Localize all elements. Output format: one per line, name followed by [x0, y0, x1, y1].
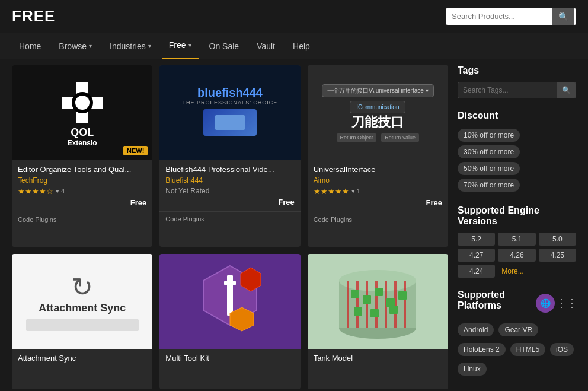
product-image-screwdriver [159, 254, 300, 349]
engine-424[interactable]: 4.24 [458, 265, 495, 278]
product-info-universal: UniversalInterface Aimo ★★★★★ ▾ 1 Free [308, 160, 448, 212]
platforms-grid: Android Gear VR HoloLens 2 HTML5 iOS Lin… [458, 322, 576, 377]
star-icons: ★★★★☆ [18, 187, 53, 196]
nav-item-vault[interactable]: Vault [250, 33, 282, 59]
nav-item-industries[interactable]: Industries ▾ [103, 33, 158, 59]
svg-rect-25 [370, 309, 379, 317]
product-card-universal[interactable]: 一个万用的接口/A universal interface ▾ ICommuni… [308, 65, 448, 247]
product-price: Free [165, 198, 294, 206]
nav-item-help[interactable]: Help [286, 33, 317, 59]
sidebar: Tags 🔍 Discount 10% off or more 30% off … [458, 65, 576, 389]
product-image-tank [308, 254, 448, 349]
product-info-tank: Tank Model [308, 349, 448, 370]
product-title: UniversalInterface [314, 165, 442, 174]
logo: FREE [12, 7, 55, 26]
tags-title: Tags [458, 65, 576, 76]
engine-52[interactable]: 5.2 [458, 233, 495, 246]
chevron-down-icon: ▾ [89, 43, 92, 49]
discount-50[interactable]: 50% off or more [458, 162, 520, 175]
product-author: TechFrog [18, 176, 146, 185]
product-image-universal: 一个万用的接口/A universal interface ▾ ICommuni… [308, 65, 448, 160]
discount-title: Discount [458, 110, 576, 121]
sidebar-tags-section: Tags 🔍 [458, 65, 576, 98]
product-info-attachment: Attachment Sync [12, 349, 152, 370]
svg-rect-12 [347, 281, 349, 328]
sidebar-platforms-section: Supported Platforms 🌐 ⋮⋮ Android Gear VR… [458, 290, 576, 377]
product-card-attachment[interactable]: ↻ Attachment Sync Attachment Sync [12, 254, 152, 390]
not-rated: Not Yet Rated [165, 187, 294, 195]
product-title: Editor Organize Tools and Qual... [18, 165, 146, 174]
product-card-bluefish[interactable]: bluefish444 THE PROFESSIONALS' CHOICE Bl… [159, 65, 300, 247]
product-tag: Code Plugins [159, 211, 300, 226]
sidebar-discount-section: Discount 10% off or more 30% off or more… [458, 110, 576, 193]
rating-count: ▾ 1 [351, 187, 360, 195]
engine-425[interactable]: 4.25 [539, 249, 576, 262]
search-input[interactable] [446, 8, 552, 24]
main-content: QOL Extensio NEW! Editor Organize Tools … [0, 59, 588, 391]
tag-search-input[interactable] [458, 82, 557, 98]
product-info-qol: Editor Organize Tools and Qual... TechFr… [12, 160, 152, 212]
header: FREE 🔍 [0, 0, 588, 33]
sidebar-engine-section: Supported Engine Versions 5.2 5.1 5.0 4.… [458, 205, 576, 278]
svg-rect-20 [363, 295, 371, 304]
platform-gearvr[interactable]: Gear VR [498, 323, 538, 336]
product-image-bluefish: bluefish444 THE PROFESSIONALS' CHOICE [159, 65, 300, 160]
engine-title: Supported Engine Versions [458, 205, 576, 227]
platform-android[interactable]: Android [458, 323, 494, 336]
svg-rect-24 [354, 307, 362, 316]
product-price: Free [18, 198, 146, 207]
platform-hololens[interactable]: HoloLens 2 [458, 343, 506, 356]
tag-search-button[interactable]: 🔍 [557, 82, 576, 98]
product-card-tank[interactable]: Tank Model [308, 254, 448, 390]
svg-point-3 [75, 96, 90, 110]
product-info-bluefish: Bluefish444 Professional Vide... Bluefis… [159, 160, 300, 211]
discount-10[interactable]: 10% off or more [458, 129, 520, 142]
product-grid: QOL Extensio NEW! Editor Organize Tools … [12, 65, 448, 389]
search-button[interactable]: 🔍 [552, 8, 574, 25]
discount-70[interactable]: 70% off or more [458, 179, 520, 192]
product-author: Bluefish444 [165, 176, 294, 185]
svg-rect-18 [404, 281, 406, 328]
platforms-title: Supported Platforms [458, 290, 536, 311]
chevron-down-icon: ▾ [188, 42, 191, 49]
product-info-screwdriver: Multi Tool Kit [159, 349, 300, 370]
svg-rect-13 [356, 281, 359, 328]
nav-item-browse[interactable]: Browse ▾ [52, 33, 99, 59]
product-card-qol[interactable]: QOL Extensio NEW! Editor Organize Tools … [12, 65, 152, 247]
chevron-down-icon: ▾ [148, 43, 151, 49]
platform-grid-icon[interactable]: ⋮⋮ [557, 294, 576, 313]
platform-globe-icon[interactable]: 🌐 [536, 294, 555, 313]
nav-item-home[interactable]: Home [12, 33, 48, 59]
engine-50[interactable]: 5.0 [539, 233, 576, 246]
platform-html5[interactable]: HTML5 [510, 343, 545, 356]
svg-rect-19 [351, 290, 359, 298]
engine-51[interactable]: 5.1 [498, 233, 535, 246]
product-title: Tank Model [314, 354, 442, 363]
tag-search-bar: 🔍 [458, 82, 576, 98]
engine-426[interactable]: 4.26 [498, 249, 535, 262]
product-rating: ★★★★★ ▾ 1 [314, 187, 442, 196]
engine-more[interactable]: More... [498, 265, 535, 278]
platform-ios[interactable]: iOS [550, 343, 574, 356]
product-title: Bluefish444 Professional Vide... [165, 165, 294, 174]
svg-rect-23 [398, 291, 407, 300]
product-title: Multi Tool Kit [165, 354, 294, 363]
product-image-attachment: ↻ Attachment Sync [12, 254, 152, 349]
svg-rect-22 [386, 298, 395, 307]
product-image-qol: QOL Extensio NEW! [12, 65, 152, 160]
discount-30[interactable]: 30% off or more [458, 145, 520, 158]
engine-427[interactable]: 4.27 [458, 249, 495, 262]
product-price: Free [314, 198, 442, 207]
nav-item-onsale[interactable]: On Sale [202, 33, 247, 59]
product-title: Attachment Sync [18, 354, 146, 363]
svg-rect-21 [375, 288, 383, 296]
engine-versions-grid: 5.2 5.1 5.0 4.27 4.26 4.25 4.24 More... [458, 233, 576, 278]
platform-linux[interactable]: Linux [458, 363, 487, 376]
nav-item-free[interactable]: Free ▾ [162, 33, 199, 59]
svg-rect-14 [366, 281, 368, 328]
product-rating: ★★★★☆ ▾ 4 [18, 187, 146, 196]
new-badge: NEW! [123, 146, 148, 155]
product-card-screwdriver[interactable]: Multi Tool Kit [159, 254, 300, 390]
rating-count: ▾ 4 [56, 187, 65, 195]
star-icons: ★★★★★ [314, 187, 349, 196]
